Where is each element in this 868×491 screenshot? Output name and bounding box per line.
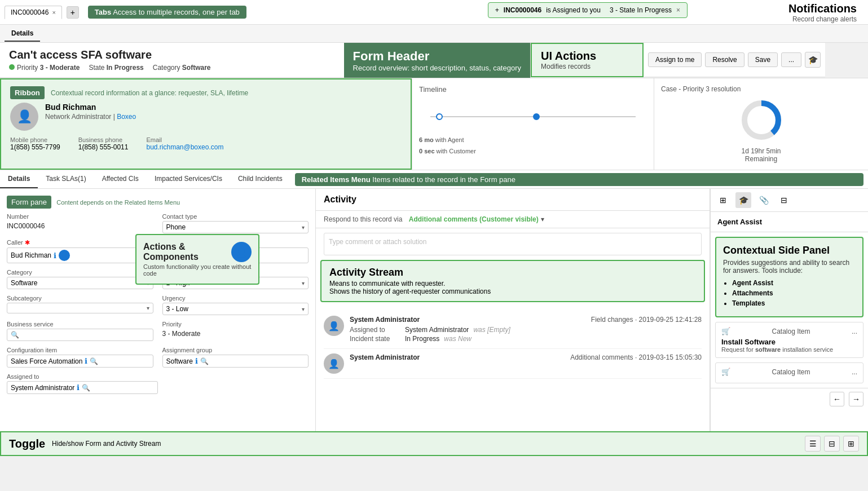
log-content-1: System Administrator Field changes · 201… (350, 316, 702, 344)
ribbon-annotation: Ribbon Contextual record information at … (10, 86, 402, 103)
toggle-icon-list[interactable]: ☰ (805, 436, 821, 452)
config-item-input[interactable]: Sales Force Automation ℹ 🔍 (7, 355, 153, 368)
more-button[interactable]: ... (781, 52, 801, 67)
assigned-to-info-icon[interactable]: ℹ (77, 383, 80, 392)
related-tab-affected-cis[interactable]: Affected CIs (94, 170, 147, 188)
assignment-group-info-icon[interactable]: ℹ (195, 357, 198, 365)
save-button[interactable]: Save (748, 52, 778, 67)
catalog-item-1-header: 🛒 Catalog Item ... (721, 327, 857, 335)
notifications-panel: Notifications Record change alerts (788, 2, 857, 23)
case-priority-panel: Case - Priority 3 resolution 1d 19hr 5mi… (654, 78, 868, 170)
log-meta-2: Additional comments · 2019-03-15 15:05:3… (570, 353, 702, 361)
toggle-icons: ☰ ⊟ ⊞ (805, 436, 859, 452)
assigned-to-field: Assigned to System Administrator ℹ 🔍 (7, 373, 158, 394)
form-header-title: Can't access SFA software (9, 48, 335, 61)
details-tab[interactable]: Details (5, 26, 40, 42)
nav-arrow-forward[interactable]: → (849, 392, 863, 406)
assign-to-me-button[interactable]: Assign to me (648, 52, 702, 67)
caller-info-icon[interactable]: ℹ (54, 251, 56, 260)
urgency-chevron: ▾ (302, 280, 305, 286)
toggle-icon-split[interactable]: ⊟ (824, 436, 840, 452)
urgency2-dropdown[interactable]: 3 - Low ▾ (162, 303, 309, 315)
contextual-list-item-2: Attachments (732, 289, 856, 297)
form-row-config: Configuration item Sales Force Automatio… (7, 347, 309, 368)
related-tabs-bar: Details Task SLAs(1) Affected CIs Impact… (0, 170, 868, 189)
contextual-panel-title: Contextual Side Panel (723, 245, 856, 256)
nav-arrow-back[interactable]: ← (830, 392, 844, 406)
ui-actions-wrapper: UI Actions Modifies records Assign to me… (530, 43, 868, 78)
urgency2-chevron: ▾ (302, 306, 305, 312)
actions-popup-sub: Custom functionality you create without … (143, 263, 252, 277)
ribbon-section: Ribbon Contextual record information at … (0, 78, 868, 170)
notification-incident-id: INC0000046 (504, 6, 541, 14)
contact-type-dropdown[interactable]: Phone ▾ (162, 221, 309, 233)
side-nav-arrows: ← → (711, 388, 868, 410)
config-item-field: Configuration item Sales Force Automatio… (7, 347, 153, 368)
related-tab-details[interactable]: Details (0, 170, 38, 188)
side-icon-graduate[interactable]: 🎓 (735, 192, 751, 208)
assignment-group-search-icon[interactable]: 🔍 (200, 357, 209, 365)
category-dropdown[interactable]: Software ▾ (7, 277, 153, 289)
active-tab[interactable]: INC0000046 × (5, 6, 62, 19)
config-item-search-icon[interactable]: 🔍 (90, 357, 98, 365)
notification-close-button[interactable]: × (676, 6, 680, 14)
mobile-phone-field: Mobile phone 1(858) 555-7799 (10, 136, 60, 151)
config-item-info-icon[interactable]: ℹ (85, 357, 87, 365)
related-tab-child-incidents[interactable]: Child Incidents (230, 170, 290, 188)
donut-chart (661, 98, 861, 143)
assigned-to-input[interactable]: System Administrator ℹ 🔍 (7, 381, 158, 394)
details-tab-bar: Details (0, 25, 868, 43)
log-user-2: System Administrator (350, 353, 420, 361)
caller-company-link[interactable]: Boxeo (117, 113, 136, 121)
side-icon-layout[interactable]: ⊟ (776, 192, 792, 208)
help-icon-button[interactable]: 🎓 (805, 52, 821, 68)
catalog-item-1: 🛒 Catalog Item ... Install Software Requ… (715, 322, 863, 358)
form-row-subcategory: Subcategory ▾ Urgency 3 - Low ▾ (7, 295, 309, 315)
form-row-assigned-to: Assigned to System Administrator ℹ 🔍 (7, 373, 309, 394)
email-link[interactable]: bud.richman@boxeo.com (146, 143, 223, 151)
activity-respond-link[interactable]: Additional comments (Customer visible) (409, 215, 539, 223)
log-header-1: System Administrator Field changes · 201… (350, 316, 702, 324)
activity-comment-box[interactable]: Type comment or attach solution (324, 233, 702, 255)
activity-stream-section: Activity Stream Means to communicate wit… (320, 260, 705, 302)
contextual-panel: Contextual Side Panel Provides suggestio… (715, 237, 863, 317)
catalog-item-2-more[interactable]: ... (852, 368, 857, 376)
contextual-panel-sub: Provides suggestions and ability to sear… (723, 259, 856, 275)
business-phone-field: Business phone 1(858) 555-0011 (78, 136, 129, 151)
urgency2-field: Urgency 3 - Low ▾ (162, 295, 309, 315)
resolve-button[interactable]: Resolve (705, 52, 744, 67)
contact-details: Mobile phone 1(858) 555-7799 Business ph… (10, 136, 402, 151)
notification-state: 3 - State In Progress (610, 6, 672, 14)
tab-close-button[interactable]: × (52, 9, 55, 16)
ui-actions-panel: UI Actions Modifies records (531, 43, 644, 77)
assignment-group-field: Assignment group Software ℹ 🔍 (162, 347, 309, 368)
form-header-annotation-title: Form Header (353, 49, 521, 64)
actions-popup-avatar: 👤 (231, 242, 252, 262)
subcategory-dropdown[interactable]: ▾ (7, 303, 153, 313)
notification-banner: + INC0000046 is Assigned to you 3 - Stat… (488, 2, 688, 18)
caller-info: 👤 Bud Richman Network Administrator | Bo… (10, 103, 402, 131)
log-content-2: System Administrator Additional comments… (350, 353, 702, 374)
assignment-group-input[interactable]: Software ℹ 🔍 (162, 355, 309, 368)
form-header-content: Can't access SFA software Priority 3 - M… (0, 43, 344, 78)
top-bar: INC0000046 × + Tabs Access to multiple r… (0, 0, 868, 25)
business-service-input[interactable]: 🔍 (7, 329, 153, 341)
add-tab-button[interactable]: + (67, 6, 79, 19)
subcategory-chevron: ▾ (147, 305, 149, 311)
catalog-item-1-more[interactable]: ... (852, 328, 857, 335)
form-pane-annotation-sub: Content depends on the Related Items Men… (56, 199, 180, 206)
related-tab-impacted-services[interactable]: Impacted Services/CIs (147, 170, 230, 188)
related-tab-task-slas[interactable]: Task SLAs(1) (38, 170, 94, 188)
business-service-field: Business service 🔍 (7, 321, 153, 341)
toggle-icon-grid[interactable]: ⊞ (843, 436, 859, 452)
notification-message: is Assigned to you (546, 6, 601, 14)
catalog-item-2: 🛒 Catalog Item ... (715, 362, 863, 383)
assigned-to-search-icon[interactable]: 🔍 (82, 384, 90, 392)
ribbon-main: Ribbon Contextual record information at … (0, 78, 412, 170)
side-icon-attachment[interactable]: 📎 (756, 192, 772, 208)
catalog-item-1-title: Install Software (721, 338, 857, 346)
timeline-info-customer: 0 sec with Customer (419, 148, 647, 154)
case-priority-title: Case - Priority 3 resolution (661, 85, 861, 93)
respond-chevron: ▾ (541, 215, 544, 223)
side-icon-grid[interactable]: ⊞ (715, 192, 731, 208)
